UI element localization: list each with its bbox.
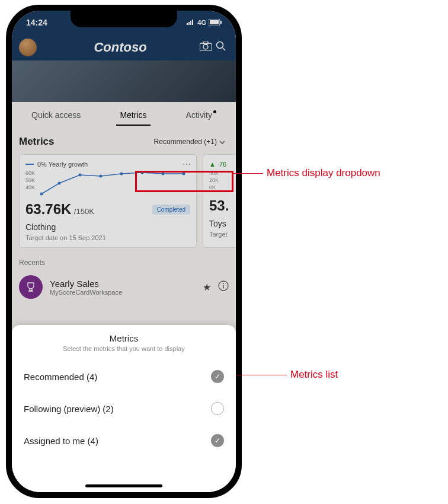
tab-metrics[interactable]: Metrics (116, 104, 150, 126)
dropdown-label: Recommended (+1) (154, 138, 217, 146)
signal-icon (187, 19, 195, 26)
radio-unselected-icon (211, 402, 224, 415)
network-label: 4G (197, 19, 206, 26)
recent-item[interactable]: Yearly Sales MyScoreCardWorkspace ★ (19, 272, 229, 302)
option-assigned[interactable]: Assigned to me (4) ✓ (23, 425, 225, 457)
info-icon[interactable] (218, 280, 229, 294)
sheet-title: Metrics (23, 333, 225, 343)
svg-point-15 (100, 175, 103, 178)
svg-rect-6 (220, 21, 222, 24)
option-recommended[interactable]: Recommended (4) ✓ (23, 361, 225, 393)
legend-swatch-icon (25, 164, 34, 165)
metrics-display-dropdown[interactable]: Recommended (+1) (151, 135, 229, 148)
option-label: Following (preview) (2) (24, 404, 114, 414)
metrics-list-sheet: Metrics Select the metrics that you want… (12, 325, 236, 492)
phone-frame: 14:24 4G Contoso (6, 5, 242, 498)
section-title-metrics: Metrics (19, 136, 55, 148)
svg-line-11 (223, 48, 226, 51)
metric-value-secondary: 53. (209, 197, 236, 214)
svg-point-12 (40, 193, 43, 196)
recent-title: Yearly Sales (50, 279, 196, 289)
recents-label: Recents (19, 259, 229, 267)
status-right: 4G (187, 19, 222, 27)
legend-label: 0% Yearly growth (37, 161, 88, 168)
option-following[interactable]: Following (preview) (2) (23, 393, 225, 425)
chevron-down-icon (219, 138, 225, 146)
annotation-dropdown: Metrics display dropdown (267, 167, 380, 179)
metric-name: Clothing (25, 222, 190, 232)
svg-rect-0 (187, 23, 188, 25)
star-icon[interactable]: ★ (203, 282, 211, 293)
svg-rect-1 (188, 22, 190, 25)
check-icon: ✓ (211, 370, 224, 383)
camera-icon[interactable] (198, 42, 213, 53)
notch (71, 11, 177, 27)
metric-card-toys[interactable]: ▲ 76 40K 20K 0K 53. Toys Target (203, 154, 236, 248)
avatar[interactable] (19, 39, 37, 56)
option-label: Assigned to me (4) (24, 436, 98, 446)
metric-name-secondary: Toys (209, 219, 236, 228)
check-icon: ✓ (211, 434, 224, 447)
svg-point-19 (183, 173, 185, 176)
metric-sub-secondary: Target (209, 231, 236, 238)
option-label: Recommended (4) (24, 372, 97, 382)
svg-rect-22 (223, 285, 223, 289)
svg-point-17 (141, 171, 144, 174)
home-indicator[interactable] (85, 484, 162, 487)
status-time: 14:24 (26, 18, 47, 27)
svg-point-21 (223, 283, 224, 284)
brand-title: Contoso (43, 40, 198, 55)
sheet-subtitle: Select the metrics that you want to disp… (23, 345, 225, 352)
trophy-icon (19, 275, 43, 299)
svg-rect-2 (190, 21, 191, 25)
tab-quick-access[interactable]: Quick access (28, 104, 84, 126)
annotation-list: Metrics list (290, 369, 338, 381)
sparkline-chart: 60K 50K 40K (25, 170, 190, 197)
tab-activity-label: Activity (186, 110, 212, 120)
y-axis-ticks: 60K 50K 40K (25, 170, 35, 197)
metric-value: 63.76K (25, 201, 71, 217)
svg-point-8 (203, 44, 208, 49)
svg-rect-3 (192, 20, 193, 25)
trend-value: 76 (219, 161, 226, 168)
trend-up-icon: ▲ (209, 161, 216, 168)
tab-activity[interactable]: Activity (183, 104, 220, 126)
battery-icon (209, 19, 222, 27)
svg-point-18 (162, 173, 165, 176)
screen: 14:24 4G Contoso (12, 11, 236, 492)
tabs: Quick access Metrics Activity (12, 102, 236, 128)
svg-point-14 (79, 174, 82, 177)
svg-point-13 (58, 182, 61, 185)
app-header: Contoso (12, 34, 236, 60)
svg-point-16 (120, 173, 123, 176)
metric-denominator: /150K (74, 207, 94, 216)
activity-dot-icon (213, 110, 216, 113)
status-badge: Completed (152, 205, 190, 215)
svg-rect-5 (210, 20, 219, 24)
svg-point-10 (217, 42, 223, 49)
metric-card-clothing[interactable]: 0% Yearly growth ⋯ 60K 50K 40K (19, 154, 197, 248)
card-more-icon[interactable]: ⋯ (183, 160, 191, 169)
svg-rect-9 (203, 42, 208, 44)
recent-subtitle: MyScoreCardWorkspace (50, 289, 196, 296)
hero-banner (12, 60, 236, 102)
search-icon[interactable] (213, 41, 229, 54)
metric-target-date: Target date on 15 Sep 2021 (25, 234, 190, 241)
